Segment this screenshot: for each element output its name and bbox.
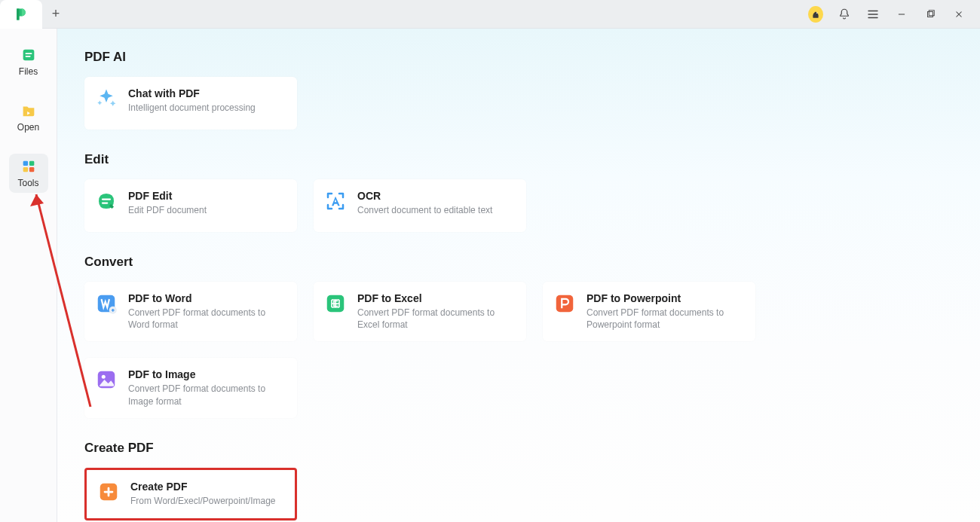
svg-rect-7 [29,167,33,172]
sidebar-item-label: Open [17,122,39,133]
excel-icon: E [324,292,347,315]
card-desc: Convert document to editable text [357,204,492,216]
card-title: PDF to Powerpoint [586,292,742,304]
cards-row-edit: PDF Edit Edit PDF document OCR Convert d… [84,179,953,232]
card-pdf-edit[interactable]: PDF Edit Edit PDF document [84,179,297,232]
svg-rect-12 [556,295,574,313]
sparkle-icon [95,87,118,110]
sidebar-item-files[interactable]: Files [9,42,48,81]
main-content: PDF AI Chat with PDF Intelligent documen… [57,29,980,522]
active-tab[interactable] [0,0,42,29]
image-icon [95,368,118,391]
card-title: PDF to Image [128,368,283,380]
avatar-icon [808,6,823,23]
card-pdf-to-image[interactable]: PDF to Image Convert PDF format document… [84,358,297,417]
card-text: OCR Convert document to editable text [357,190,492,216]
card-text: PDF to Word Convert PDF format documents… [128,292,283,331]
close-icon [954,9,964,20]
card-pdf-to-powerpoint[interactable]: PDF to Powerpoint Convert PDF format doc… [543,282,755,341]
notifications-button[interactable] [837,7,852,22]
card-text: PDF Edit Edit PDF document [128,190,207,216]
ocr-icon [324,190,347,212]
minimize-icon [896,9,907,20]
card-text: PDF to Image Convert PDF format document… [128,368,283,407]
card-pdf-to-word[interactable]: PDF to Word Convert PDF format documents… [84,282,297,341]
card-pdf-to-excel[interactable]: E PDF to Excel Convert PDF format docume… [314,282,526,341]
section-title-edit: Edit [84,152,953,167]
card-desc: Convert PDF format documents to Word for… [128,307,283,331]
menu-button[interactable] [865,7,880,22]
card-text: PDF to Excel Convert PDF format document… [357,292,513,331]
open-icon [20,102,37,119]
pdf-edit-icon [95,190,118,212]
cards-row-pdf-ai: Chat with PDF Intelligent document proce… [84,77,953,130]
card-title: PDF to Excel [357,292,513,304]
card-desc: Convert PDF format documents to Powerpoi… [586,307,742,331]
titlebar-right [808,7,980,22]
card-title: PDF to Word [128,292,283,304]
card-desc: Convert PDF format documents to Excel fo… [357,307,513,331]
card-text: Create PDF From Word/Execl/Powerpoint/Im… [130,481,276,507]
sidebar-item-label: Tools [17,178,38,188]
card-desc: Convert PDF format documents to Image fo… [128,383,283,407]
word-icon [95,292,118,315]
powerpoint-icon [553,292,576,315]
svg-point-0 [816,12,818,14]
body-row: Files Open Tools [0,29,980,522]
card-ocr[interactable]: OCR Convert document to editable text [314,179,526,232]
svg-text:E: E [332,299,338,308]
app-window: + [0,0,980,522]
section-title-convert: Convert [84,255,953,270]
new-tab-button[interactable]: + [42,1,69,28]
card-title: Chat with PDF [128,87,256,99]
card-desc: Intelligent document processing [128,102,256,114]
card-desc: From Word/Execl/Powerpoint/Image [130,495,276,507]
svg-point-14 [102,375,106,379]
minimize-button[interactable] [894,7,909,22]
svg-rect-6 [23,167,27,172]
create-pdf-icon [97,481,120,503]
section-title-pdf-ai: PDF AI [84,50,953,65]
cards-row-create: Create PDF From Word/Execl/Powerpoint/Im… [84,468,953,520]
card-title: Create PDF [130,481,276,493]
tools-icon [20,158,37,175]
sidebar: Files Open Tools [0,29,57,522]
titlebar: + [0,0,980,29]
sidebar-item-label: Files [19,66,38,77]
sidebar-item-tools[interactable]: Tools [9,154,48,193]
sidebar-item-open[interactable]: Open [9,98,48,137]
bell-icon [838,8,851,21]
svg-rect-3 [23,50,34,61]
card-title: PDF Edit [128,190,207,202]
svg-rect-4 [23,161,27,166]
card-title: OCR [357,190,492,202]
card-create-pdf[interactable]: Create PDF From Word/Execl/Powerpoint/Im… [84,468,297,520]
hamburger-icon [866,8,880,21]
maximize-icon [925,9,936,20]
card-text: Chat with PDF Intelligent document proce… [128,87,256,114]
svg-rect-1 [928,11,933,17]
plus-icon: + [52,6,60,22]
maximize-button[interactable] [923,7,938,22]
svg-rect-2 [929,10,934,15]
close-button[interactable] [951,7,966,22]
user-avatar[interactable] [808,7,823,22]
card-desc: Edit PDF document [128,204,207,216]
files-icon [20,47,37,63]
card-chat-with-pdf[interactable]: Chat with PDF Intelligent document proce… [84,77,297,130]
section-title-create: Create PDF [84,441,953,456]
card-text: PDF to Powerpoint Convert PDF format doc… [586,292,742,331]
titlebar-left: + [0,0,69,28]
svg-rect-5 [29,161,33,166]
cards-row-convert: PDF to Word Convert PDF format documents… [84,282,953,418]
app-logo-icon [14,7,29,22]
